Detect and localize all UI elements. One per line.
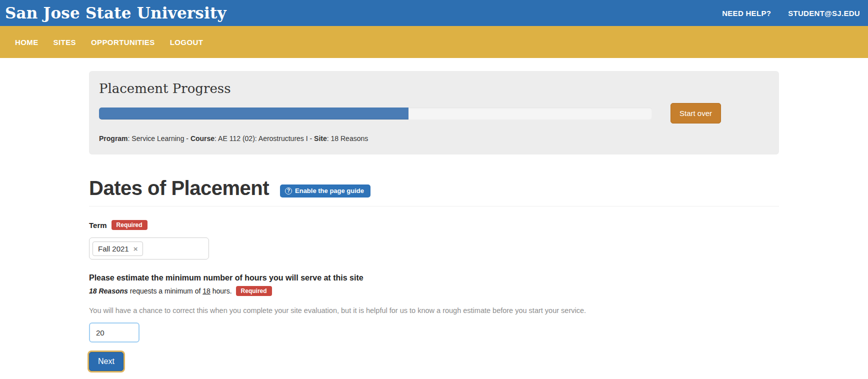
hours-help-text: You will have a chance to correct this w… (89, 306, 779, 314)
text-before-min: requests a minimum of (130, 287, 201, 295)
start-over-button[interactable]: Start over (670, 103, 721, 124)
text-after-min: hours. (212, 287, 232, 295)
question-circle-icon: ? (285, 188, 292, 194)
main-content: Placement Progress Start over Program: S… (89, 71, 779, 371)
top-header-bar: San Jose State University NEED HELP? STU… (0, 0, 868, 26)
term-select[interactable]: Fall 2021 × (89, 238, 209, 260)
hours-question: Please estimate the minimum number of ho… (89, 274, 779, 282)
hours-input[interactable] (89, 322, 140, 342)
progress-row: Start over (99, 103, 769, 124)
program-label: Program (99, 134, 128, 142)
term-required-badge: Required (112, 220, 148, 230)
enable-page-guide-label: Enable the page guide (295, 187, 364, 194)
progress-fill (99, 108, 408, 120)
course-value: : AE 112 (02): Aerostructures I - (214, 134, 314, 142)
main-navbar: HOME SITES OPPORTUNITIES LOGOUT (0, 26, 868, 58)
nav-item-sites[interactable]: SITES (54, 38, 76, 46)
heading-divider (89, 206, 779, 206)
nav-item-opportunities[interactable]: OPPORTUNITIES (91, 38, 155, 46)
need-help-link[interactable]: NEED HELP? (722, 9, 771, 18)
next-button[interactable]: Next (89, 352, 124, 371)
progress-bar-track (99, 108, 652, 120)
course-label: Course (190, 134, 214, 142)
user-email-link[interactable]: STUDENT@SJ.EDU (788, 9, 860, 18)
placement-progress-panel: Placement Progress Start over Program: S… (89, 71, 779, 154)
page-heading-row: Dates of Placement ? Enable the page gui… (89, 177, 779, 200)
site-name: 18 Reasons (89, 287, 128, 295)
term-label: Term (89, 221, 107, 230)
university-brand[interactable]: San Jose State University (5, 4, 226, 22)
site-value: : 18 Reasons (327, 134, 368, 142)
enable-page-guide-button[interactable]: ? Enable the page guide (280, 184, 370, 198)
hours-subline-text: 18 Reasons requests a minimum of 18 hour… (89, 287, 232, 295)
page-title: Dates of Placement (89, 177, 269, 200)
minimum-hours-value: 18 (202, 287, 210, 295)
term-label-row: Term Required (89, 220, 779, 230)
remove-tag-icon[interactable]: × (134, 245, 138, 252)
placement-summary: Program: Service Learning - Course: AE 1… (99, 134, 769, 142)
term-selected-tag: Fall 2021 × (92, 242, 143, 256)
site-label: Site (314, 134, 327, 142)
nav-item-home[interactable]: HOME (15, 38, 38, 46)
header-links: NEED HELP? STUDENT@SJ.EDU (722, 9, 860, 18)
program-value: : Service Learning - (128, 134, 190, 142)
hours-subline: 18 Reasons requests a minimum of 18 hour… (89, 286, 779, 296)
panel-title: Placement Progress (99, 81, 769, 96)
term-tag-label: Fall 2021 (98, 244, 129, 253)
nav-item-logout[interactable]: LOGOUT (170, 38, 204, 46)
hours-required-badge: Required (236, 286, 272, 296)
